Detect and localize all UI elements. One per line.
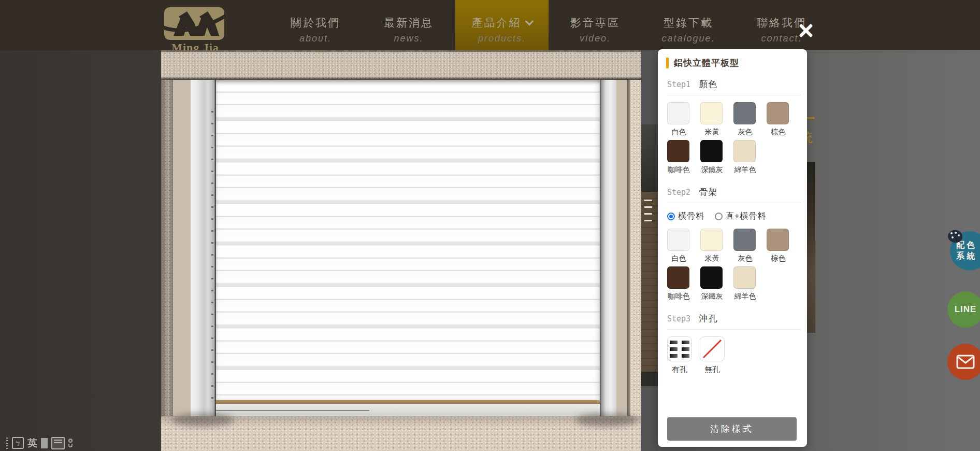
- nav-item-products[interactable]: 產品介紹products.: [455, 0, 549, 50]
- envelope-icon: [956, 355, 975, 369]
- door-preview-image: [161, 50, 641, 451]
- color-swatch-cell: 米黃: [700, 229, 733, 265]
- color-swatch-cell: 棕色: [767, 229, 800, 265]
- color-swatch-label: 綿羊色: [733, 292, 757, 301]
- nav-item-label-en: catalogue.: [642, 33, 735, 44]
- color-swatch-cell: 咖啡色: [667, 266, 700, 303]
- frame-option-橫骨料[interactable]: 橫骨料: [667, 211, 704, 222]
- background-thumbnail-bottom: [641, 372, 658, 386]
- logo-title: Ming Jia: [164, 41, 226, 50]
- punch-option-cell: 有孔: [667, 336, 692, 375]
- color-swatch-grid-step1: 白色米黃灰色棕色咖啡色深鐵灰綿羊色: [667, 102, 807, 177]
- step2-label: 骨架: [699, 186, 717, 198]
- screen: Ming Jia 關於我們about.最新消息news.產品介紹products…: [0, 0, 980, 451]
- ground-shadow-left: [171, 413, 234, 427]
- color-swatch-白色[interactable]: [667, 229, 689, 251]
- nav-item-label-en: products.: [455, 33, 549, 44]
- color-swatch-cell: 綿羊色: [733, 266, 767, 303]
- background-page-sliver: [641, 50, 658, 451]
- nav-item-video[interactable]: 影音專區video.: [549, 0, 642, 50]
- ground-shadow-right: [575, 413, 638, 427]
- nav-item-catalogue[interactable]: 型錄下載catalogue.: [642, 0, 735, 50]
- color-swatch-綿羊色[interactable]: [733, 140, 756, 162]
- divider: [667, 95, 801, 95]
- color-swatch-grid-step2: 白色米黃灰色棕色咖啡色深鐵灰綿羊色: [667, 229, 807, 303]
- punch-option-cell: 無孔: [700, 336, 725, 375]
- nav-item-about[interactable]: 關於我們about.: [269, 0, 362, 50]
- threshold-scuff-line: [208, 410, 369, 411]
- ime-drag-handle[interactable]: [6, 438, 8, 449]
- ime-dictionary-icon[interactable]: [51, 437, 65, 449]
- logo[interactable]: Ming Jia: [164, 5, 226, 50]
- color-swatch-cell: 白色: [667, 102, 700, 139]
- color-swatch-label: 米黃: [700, 128, 724, 137]
- title-accent-bar: [666, 58, 669, 68]
- door-rail-right: [600, 80, 617, 416]
- color-swatch-灰色[interactable]: [733, 229, 756, 251]
- perforated-icon[interactable]: [667, 336, 692, 361]
- perforation-slots: [670, 341, 689, 358]
- color-swatch-米黃[interactable]: [700, 229, 723, 251]
- color-swatch-咖啡色[interactable]: [667, 140, 689, 162]
- stone-outer-left: [161, 50, 173, 416]
- background-dash: [644, 206, 652, 208]
- color-swatch-綿羊色[interactable]: [733, 266, 756, 289]
- top-nav: Ming Jia 關於我們about.最新消息news.產品介紹products…: [0, 0, 980, 50]
- color-swatch-灰色[interactable]: [733, 102, 756, 124]
- color-swatch-棕色[interactable]: [767, 102, 789, 124]
- divider: [667, 329, 801, 330]
- color-swatch-深鐵灰[interactable]: [700, 266, 723, 289]
- color-swatch-cell: 深鐵灰: [700, 266, 733, 303]
- door-curtain-slats: [215, 80, 600, 400]
- step2-tag: Step2: [667, 188, 690, 197]
- panel-title-row: 鋁快立體平板型: [666, 57, 807, 69]
- color-swatch-label: 深鐵灰: [700, 165, 724, 175]
- logo-mark-icon: [164, 7, 224, 40]
- step1-header: Step1 顏色: [667, 78, 798, 90]
- frame-option-直+橫骨料[interactable]: 直+橫骨料: [715, 211, 766, 222]
- punch-option-label: 有孔: [672, 365, 687, 375]
- color-system-button[interactable]: 配色系統: [950, 231, 980, 271]
- frame-option-label: 直+橫骨料: [726, 211, 766, 222]
- ime-input-mode-key[interactable]: ㄅ: [12, 437, 24, 449]
- color-swatch-label: 深鐵灰: [700, 292, 724, 301]
- color-swatch-棕色[interactable]: [767, 229, 789, 251]
- background-thumbnail-door: [641, 192, 658, 372]
- nav-items: 關於我們about.最新消息news.產品介紹products.影音專區vide…: [269, 0, 828, 50]
- color-swatch-米黃[interactable]: [700, 102, 723, 124]
- color-swatch-label: 灰色: [733, 128, 757, 137]
- color-swatch-白色[interactable]: [667, 102, 689, 124]
- close-icon[interactable]: [796, 21, 816, 40]
- divider: [667, 203, 801, 203]
- ime-options-icon[interactable]: [68, 439, 73, 447]
- nav-item-label-en: about.: [269, 33, 362, 44]
- line-chat-button[interactable]: LINE: [947, 291, 980, 328]
- punch-option-group: 有孔無孔: [667, 336, 807, 375]
- radio-selected-icon[interactable]: [667, 213, 675, 220]
- color-swatch-咖啡色[interactable]: [667, 266, 689, 289]
- color-swatch-深鐵灰[interactable]: [700, 140, 723, 162]
- color-swatch-cell: 綿羊色: [733, 140, 767, 177]
- palette-icon: [948, 230, 962, 243]
- color-swatch-cell: 米黃: [700, 102, 733, 139]
- nav-item-label-zh: 影音專區: [549, 16, 642, 30]
- radio-unselected-icon[interactable]: [715, 213, 723, 220]
- step3-tag: Step3: [667, 314, 690, 323]
- color-swatch-cell: 灰色: [733, 229, 767, 265]
- nav-item-news[interactable]: 最新消息news.: [362, 0, 455, 50]
- punch-option-label: 無孔: [704, 365, 720, 375]
- nav-item-label-zh: 最新消息: [362, 16, 455, 30]
- chevron-down-icon: [525, 17, 534, 26]
- ime-language-bar: ㄅ 英: [6, 436, 73, 450]
- clear-style-button[interactable]: 清除樣式: [667, 417, 797, 441]
- ground: [161, 416, 641, 451]
- background-thumbnail-top: [641, 124, 658, 192]
- door-rail-left: [191, 80, 216, 416]
- ime-language-key[interactable]: 英: [27, 436, 37, 450]
- nav-item-label-zh: 產品介紹: [455, 16, 549, 30]
- no-holes-icon[interactable]: [700, 336, 725, 361]
- contact-mail-button[interactable]: [947, 344, 980, 380]
- step3-header: Step3 沖孔: [667, 313, 798, 325]
- ime-fullwidth-toggle[interactable]: [41, 438, 48, 448]
- red-slash-icon: [700, 337, 724, 361]
